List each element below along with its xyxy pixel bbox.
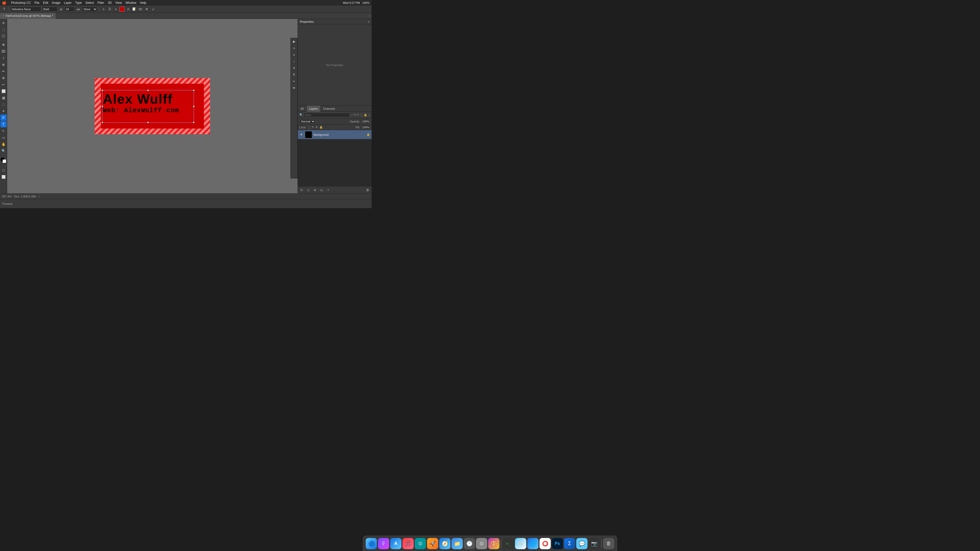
eye-icon[interactable]: 👁 bbox=[291, 85, 297, 91]
cut-icon[interactable]: ✂ bbox=[291, 79, 297, 84]
character-icon[interactable]: A bbox=[291, 65, 297, 71]
new-layer-btn[interactable]: + bbox=[326, 188, 331, 192]
menu-help[interactable]: Help bbox=[140, 1, 146, 5]
menu-window[interactable]: Window bbox=[126, 1, 137, 5]
properties-icon[interactable]: ▶ bbox=[291, 39, 297, 44]
text-color-swatch[interactable] bbox=[119, 6, 124, 12]
add-mask-btn[interactable]: ◻ bbox=[306, 188, 310, 192]
move-tool[interactable]: ✛ bbox=[0, 20, 6, 26]
tool-sep-3 bbox=[1, 166, 6, 166]
menu-image[interactable]: Image bbox=[52, 1, 60, 5]
warp-text-btn[interactable]: ⋀ bbox=[126, 6, 130, 12]
character-panel-btn[interactable]: 📝 bbox=[132, 6, 137, 12]
properties-panel-title: Properties bbox=[300, 20, 313, 23]
delete-layer-btn[interactable]: 🗑 bbox=[366, 188, 370, 192]
eyedropper-tool[interactable]: 𝒊 bbox=[0, 55, 6, 61]
fill-label: Fill: bbox=[355, 126, 360, 129]
zoom-tool[interactable]: 🔍 bbox=[0, 148, 6, 154]
layers-mode-bar: Normal Opacity: bbox=[298, 118, 372, 124]
quick-select-tool[interactable]: ✻ bbox=[0, 41, 6, 48]
right-panel: Properties ≡ No Properties 3D Layers Cha… bbox=[298, 19, 372, 193]
align-left-btn[interactable]: ≡ bbox=[101, 6, 106, 12]
lock-all-btn[interactable]: 🔒 bbox=[319, 125, 323, 129]
tab-3d[interactable]: 3D bbox=[298, 106, 307, 112]
3d-btn[interactable]: 3D bbox=[138, 6, 143, 12]
opacity-input[interactable] bbox=[361, 119, 370, 124]
font-family-input[interactable] bbox=[11, 6, 41, 12]
pen-tool[interactable]: P bbox=[0, 114, 6, 121]
new-group-btn[interactable]: 🗂 bbox=[319, 188, 324, 192]
history-brush-tool[interactable]: ↩ bbox=[0, 81, 6, 87]
eraser-tool[interactable]: ⬜ bbox=[0, 88, 6, 94]
document-tab[interactable]: × FileForOLED.bmp @ 937% (Bitmap) * bbox=[0, 13, 56, 19]
shape-tool[interactable]: ▭ bbox=[0, 135, 6, 141]
aa-select[interactable]: None bbox=[82, 6, 97, 12]
font-style-input[interactable] bbox=[42, 6, 57, 12]
lock-pixels-btn[interactable]: ✎ bbox=[312, 125, 314, 129]
paragraph-icon[interactable]: ¶ bbox=[291, 72, 297, 78]
cancel-transform-btn[interactable]: ✕ bbox=[144, 6, 150, 12]
tab-scroll-right[interactable]: › bbox=[369, 14, 372, 17]
align-icon[interactable]: ↕ bbox=[291, 59, 297, 64]
doc-info: Doc: 1.00K/1.00K bbox=[14, 195, 36, 198]
aa-icon: aa bbox=[76, 6, 81, 12]
canvas-area[interactable]: Alex Wulff Web: AlexWulff.com bbox=[7, 19, 298, 193]
lock-transparent-btn[interactable]: ⬚ bbox=[307, 125, 310, 129]
menu-bar-right: Wed 9:27 PM 100% bbox=[343, 1, 369, 4]
brush-tool[interactable]: ✏ bbox=[0, 68, 6, 74]
font-size-input[interactable] bbox=[65, 6, 75, 12]
align-center-btn[interactable]: ☰ bbox=[107, 6, 112, 12]
menu-select[interactable]: Select bbox=[85, 1, 94, 5]
tab-close-btn[interactable]: × bbox=[3, 14, 4, 17]
confirm-transform-btn[interactable]: ✓ bbox=[151, 6, 156, 12]
foreground-color[interactable] bbox=[0, 157, 5, 162]
layers-filter-icons[interactable]: ⬚ ✎ T ⬛ 🔒 bbox=[351, 113, 368, 117]
status-arrow[interactable]: › bbox=[39, 195, 40, 198]
selection-tool[interactable]: ⬚ bbox=[0, 27, 6, 33]
options-toolbar: T pt aa None ≡ ☰ ≡ ⋀ 📝 3D ✕ ✓ 3D bbox=[0, 6, 372, 13]
menu-edit[interactable]: Edit bbox=[43, 1, 48, 5]
foreground-background-colors[interactable] bbox=[0, 157, 7, 164]
add-fx-btn[interactable]: fx bbox=[299, 188, 304, 192]
menu-view[interactable]: View bbox=[115, 1, 122, 5]
menu-layer[interactable]: Layer bbox=[64, 1, 72, 5]
gradient-tool[interactable]: ▦ bbox=[0, 95, 6, 101]
hand-tool[interactable]: ✋ bbox=[0, 141, 6, 147]
path-select-tool[interactable]: ↖ bbox=[0, 128, 6, 134]
layers-filter-toggle[interactable]: ○ bbox=[368, 114, 370, 117]
layers-search-input[interactable] bbox=[304, 113, 350, 118]
new-adjustment-btn[interactable]: ⊕ bbox=[313, 188, 317, 192]
text-tool-icon: T bbox=[2, 6, 6, 12]
lasso-tool[interactable]: ⓛ bbox=[0, 33, 6, 39]
quick-mask-btn[interactable]: ⬡ bbox=[0, 167, 6, 173]
blend-mode-select[interactable]: Normal bbox=[299, 119, 315, 124]
align-right-btn[interactable]: ≡ bbox=[113, 6, 118, 12]
lock-position-btn[interactable]: ✛ bbox=[315, 125, 318, 129]
adjustments-icon[interactable]: ≡ bbox=[291, 45, 297, 51]
layer-visibility-icon[interactable]: 👁 bbox=[299, 133, 304, 137]
text-tool[interactable]: T bbox=[0, 121, 6, 127]
tab-channels[interactable]: Channels bbox=[321, 106, 338, 112]
properties-panel-menu[interactable]: ≡ bbox=[368, 20, 369, 23]
background-color[interactable] bbox=[3, 159, 6, 163]
blur-tool[interactable]: ◌ bbox=[0, 101, 6, 107]
tab-layers[interactable]: Layers bbox=[307, 106, 321, 112]
apple-menu[interactable]: 🍎 bbox=[2, 1, 6, 5]
menu-photoshop[interactable]: Photoshop CC bbox=[11, 1, 31, 5]
healing-brush-tool[interactable]: ⊕ bbox=[0, 62, 6, 68]
dodge-tool[interactable]: ☀ bbox=[0, 108, 6, 114]
layer-thumb bbox=[305, 131, 312, 138]
layer-lock-icon: 🔒 bbox=[366, 133, 370, 136]
layer-background[interactable]: 👁 Background 🔒 bbox=[298, 130, 372, 139]
menu-bar: 🍎 Photoshop CC File Edit Image Layer Typ… bbox=[0, 0, 372, 6]
styles-icon[interactable]: ≡ bbox=[291, 52, 297, 58]
screen-mode-btn[interactable]: ⬜ bbox=[0, 174, 6, 180]
menu-filter[interactable]: Filter bbox=[97, 1, 104, 5]
fill-input[interactable] bbox=[361, 125, 370, 130]
menu-type[interactable]: Type bbox=[75, 1, 82, 5]
clone-stamp-tool[interactable]: ⊗ bbox=[0, 75, 6, 81]
crop-tool[interactable]: ⌧ bbox=[0, 48, 6, 54]
menu-file[interactable]: File bbox=[35, 1, 39, 5]
canvas-sub-text: Web: AlexWulff.com bbox=[103, 106, 179, 114]
menu-3d[interactable]: 3D bbox=[108, 1, 112, 5]
